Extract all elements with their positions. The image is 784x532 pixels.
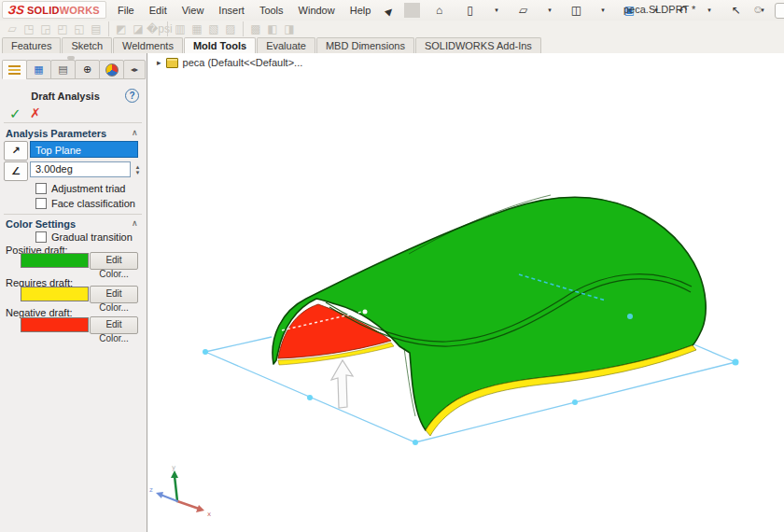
display-manager-tab[interactable] [99,60,124,79]
open-dropdown[interactable]: ▾ [539,7,561,14]
separator [243,21,244,36]
draft-angle-input[interactable]: 3.00deg [30,161,131,177]
feature-manager-icon: ▦ [34,64,43,75]
overflow-right-icon[interactable]: ▸ [134,64,138,75]
section-color-settings[interactable]: Color Settings [6,218,76,230]
draft-direction-arrow[interactable] [331,360,353,408]
direction-of-pull-icon: ↗ [4,141,28,161]
parting-lines-icon: ▦ [189,22,205,35]
new-document-dropdown[interactable]: ▾ [485,7,508,14]
ok-button[interactable]: ✓ [9,105,21,122]
knit-surface-icon: ◱ [71,22,88,35]
insert-mold-folders-icon: ▥ [172,22,189,35]
divider [4,122,142,123]
menu-edit[interactable]: Edit [142,5,175,16]
positive-edit-color-button[interactable]: Edit Color... [90,252,138,270]
scale-icon: �psi [147,22,163,35]
dimxpert-manager-tab[interactable]: ⊕ [75,60,100,79]
help-icon[interactable]: ? [125,89,139,103]
feature-manager-tab[interactable]: ▦ [26,60,51,79]
menu-file[interactable]: File [110,5,142,16]
direction-selection-field[interactable]: Top Plane [30,141,138,158]
ruled-surface-icon: ◲ [37,22,54,35]
search-box[interactable] [775,3,784,19]
gradual-transition-label: Gradual transition [51,231,133,243]
gradual-transition-checkbox[interactable] [35,231,47,243]
menu-view[interactable]: View [175,5,212,16]
feedback-smiley-icon[interactable]: ☺ [752,3,763,16]
tab-features[interactable]: Features [2,37,61,53]
shut-off-surfaces-icon: ▧ [205,22,222,35]
draft-angle-spinner[interactable]: ▲ ▼ [133,161,143,177]
core-icon: ◧ [264,22,281,35]
negative-edit-color-button[interactable]: Edit Color... [90,316,138,334]
svg-text:x: x [207,511,211,518]
menu-insert[interactable]: Insert [211,5,252,16]
menu-help[interactable]: Help [343,5,379,16]
spin-down-icon[interactable]: ▼ [135,170,141,175]
adjustment-triad-checkbox[interactable] [35,183,47,194]
pin-menu-icon[interactable]: ▶ [378,0,401,21]
select-icon[interactable]: ↖ [721,4,751,17]
tab-overflow[interactable]: ◂ ▸ [123,60,146,79]
new-document-icon[interactable]: ▯ [455,4,485,17]
panel-title: Draft Analysis [0,91,131,102]
draft-analysis-model[interactable] [273,195,706,436]
mold-tools-toolbar: ▱ ◳ ◲ ◰ ◱ ▤ ◩ ◪ �psi ▥ ▦ ▧ ▨ ▩ ◧ ◨ [0,21,784,37]
collapse-chevron-icon[interactable]: ∧ [132,128,138,137]
document-title: peca.SLDPRT * [623,4,695,15]
radiate-surface-icon: ▤ [88,22,105,35]
face-classification-label: Face classification [51,198,135,209]
separator [108,21,109,36]
positive-draft-swatch [21,253,89,268]
menu-window[interactable]: Window [291,5,343,16]
save-icon[interactable]: ◫ [561,4,592,17]
svg-text:y: y [172,464,175,471]
tab-mold-tools[interactable]: Mold Tools [184,37,256,54]
configuration-manager-tab[interactable]: ▤ [50,60,76,79]
separator [167,21,168,36]
divider [4,214,142,215]
separator [404,3,420,18]
solidworks-logo: ЗS SOLIDWORKS [2,1,106,19]
home-icon[interactable]: ⌂ [424,4,455,17]
property-manager-panel: ▦ ▤ ⊕ ◂ ▸ Draft Analysis ? ✓ ✗ Analysis … [0,53,147,532]
draft-angle-icon: ∠ [4,161,28,181]
collapse-chevron-icon[interactable]: ∧ [132,218,138,228]
filled-surface-icon: ◰ [54,22,71,35]
command-manager-tab-bar: Features Sketch Weldments Mold Tools Eva… [0,37,784,54]
offset-surface-icon: ◳ [21,22,37,35]
model-canvas[interactable]: y x z [147,53,784,532]
negative-draft-swatch [21,317,89,332]
open-icon[interactable]: ▱ [508,4,539,17]
dimxpert-manager-icon: ⊕ [83,64,91,75]
svg-text:z: z [149,486,153,494]
save-dropdown[interactable]: ▾ [592,7,614,14]
graphics-viewport[interactable]: ▸ peca (Default<<Default>... [147,53,784,532]
origin-triad: y x z [149,464,211,518]
tab-mbd-dimensions[interactable]: MBD Dimensions [316,37,414,53]
tab-evaluate[interactable]: Evaluate [257,37,315,53]
face-classification-row: Face classification [35,198,135,209]
cancel-button[interactable]: ✗ [30,105,41,120]
section-analysis-parameters[interactable]: Analysis Parameters [6,128,106,139]
configuration-manager-icon: ▤ [58,64,67,75]
draft-icon: ◩ [113,22,130,35]
menu-tools[interactable]: Tools [252,5,291,16]
move-face-icon: ◪ [130,22,147,35]
title-bar: ЗS SOLIDWORKS File Edit View Insert Tool… [0,0,784,21]
undo-dropdown[interactable]: ▾ [698,7,721,14]
gradual-transition-row: Gradual transition [35,231,133,243]
property-manager-icon [8,64,21,75]
tab-solidworks-add-ins[interactable]: SOLIDWORKS Add-Ins [415,37,541,53]
tooling-split-icon: ▩ [247,22,264,35]
adjustment-triad-row: Adjustment triad [35,183,125,194]
requires-edit-color-button[interactable]: Edit Color... [90,286,138,303]
property-manager-tab[interactable] [2,60,27,79]
display-manager-icon [105,63,119,77]
tab-sketch[interactable]: Sketch [62,37,112,53]
tab-weldments[interactable]: Weldments [113,37,183,53]
cavity-icon: ◨ [281,22,298,35]
face-classification-checkbox[interactable] [35,198,47,209]
planar-surface-icon: ▱ [4,22,21,35]
